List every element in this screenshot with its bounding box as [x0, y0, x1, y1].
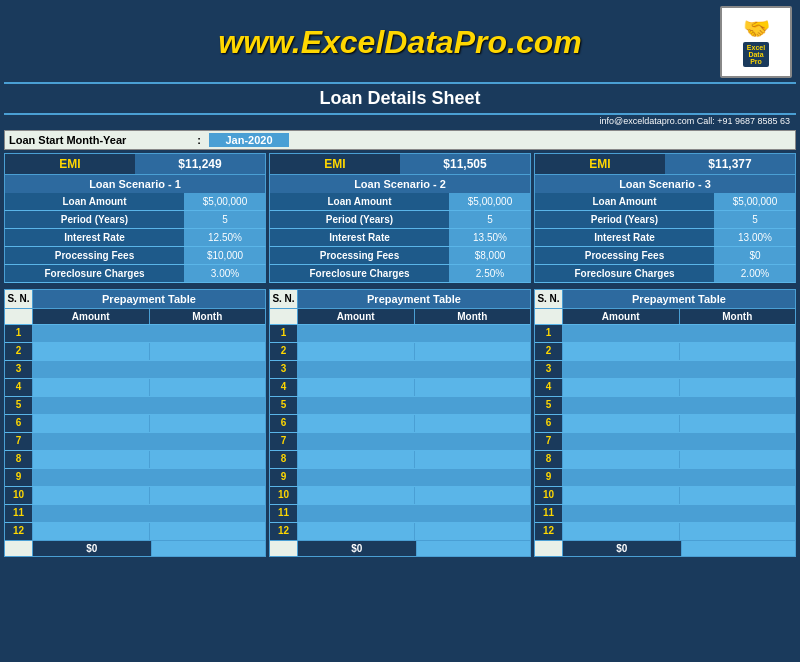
prepayment-row-amount[interactable] [298, 523, 415, 540]
prepayment-row-amount[interactable] [298, 343, 415, 360]
data-row-value-1-2[interactable]: 5 [185, 211, 265, 228]
prepayment-row-month[interactable] [150, 361, 266, 378]
prepayment-row-month[interactable] [150, 469, 266, 486]
data-row-value-3-4[interactable]: $0 [715, 247, 795, 264]
prepayment-row-amount[interactable] [563, 415, 680, 432]
prepayment-row-amount[interactable] [33, 397, 150, 414]
prepayment-header-row-1: Amount Month [5, 308, 265, 324]
prepayment-row-amount[interactable] [298, 379, 415, 396]
prepayment-row-amount[interactable] [563, 523, 680, 540]
prepayment-row-amount[interactable] [563, 433, 680, 450]
prepayment-row-month[interactable] [415, 487, 531, 504]
prepayment-row-month[interactable] [415, 469, 531, 486]
prepayment-data-row: 2 [535, 342, 795, 360]
prepayment-row-amount[interactable] [563, 361, 680, 378]
prepayment-row-amount[interactable] [563, 505, 680, 522]
prepayment-title-row-2: S. N. Prepayment Table [270, 290, 530, 308]
data-row-value-2-5[interactable]: 2.50% [450, 265, 530, 282]
prepayment-data-row: 8 [535, 450, 795, 468]
prepayment-row-amount[interactable] [33, 325, 150, 342]
prepayment-row-amount[interactable] [298, 469, 415, 486]
prepayment-row-amount[interactable] [298, 325, 415, 342]
prepayment-row-amount[interactable] [298, 505, 415, 522]
data-row-value-1-1[interactable]: $5,00,000 [185, 193, 265, 210]
prepayment-row-month[interactable] [680, 361, 796, 378]
prepayment-row-month[interactable] [150, 325, 266, 342]
prepayment-row-amount[interactable] [33, 361, 150, 378]
prepayment-row-amount[interactable] [298, 451, 415, 468]
prepayment-row-amount[interactable] [33, 487, 150, 504]
prepayment-row-month[interactable] [415, 415, 531, 432]
prepayment-row-amount[interactable] [298, 487, 415, 504]
prepayment-data-row: 1 [5, 324, 265, 342]
data-row-value-3-2[interactable]: 5 [715, 211, 795, 228]
prepayment-row-month[interactable] [680, 343, 796, 360]
prepayment-row-amount[interactable] [563, 487, 680, 504]
prepayment-row-amount[interactable] [298, 433, 415, 450]
prepayment-row-month[interactable] [680, 451, 796, 468]
data-row-value-3-5[interactable]: 2.00% [715, 265, 795, 282]
prepayment-row-amount[interactable] [298, 361, 415, 378]
prepayment-row-amount[interactable] [33, 505, 150, 522]
prepayment-row-month[interactable] [150, 343, 266, 360]
prepayment-row-month[interactable] [415, 505, 531, 522]
prepayment-row-month[interactable] [680, 397, 796, 414]
prepayment-row-month[interactable] [680, 325, 796, 342]
prepayment-row-month[interactable] [150, 505, 266, 522]
prepayment-row-amount[interactable] [33, 343, 150, 360]
prepayment-row-amount[interactable] [33, 451, 150, 468]
prepayment-row-month[interactable] [680, 433, 796, 450]
prepayment-row-amount[interactable] [563, 379, 680, 396]
prepayment-row-month[interactable] [415, 451, 531, 468]
data-row-value-1-4[interactable]: $10,000 [185, 247, 265, 264]
prepayment-row-amount[interactable] [563, 397, 680, 414]
prepayment-row-month[interactable] [150, 451, 266, 468]
prepayment-row-month[interactable] [680, 379, 796, 396]
prepayment-row-amount[interactable] [33, 415, 150, 432]
prepayment-row-month[interactable] [150, 523, 266, 540]
prepayment-row-amount[interactable] [298, 415, 415, 432]
prepayment-data-row: 1 [535, 324, 795, 342]
prepayment-row-amount[interactable] [563, 451, 680, 468]
prepayment-row-month[interactable] [415, 325, 531, 342]
prepayment-row-month[interactable] [150, 397, 266, 414]
prepayment-row-month[interactable] [680, 469, 796, 486]
logo-text: ExcelDataPro [743, 42, 769, 67]
loan-start-value[interactable]: Jan-2020 [209, 133, 289, 147]
data-row-value-1-5[interactable]: 3.00% [185, 265, 265, 282]
prepayment-row-month[interactable] [415, 433, 531, 450]
prepayment-row-month[interactable] [150, 487, 266, 504]
prepayment-row-month[interactable] [680, 523, 796, 540]
prepayment-data-row: 10 [270, 486, 530, 504]
prepayment-row-month[interactable] [680, 415, 796, 432]
prepayment-row-month[interactable] [150, 415, 266, 432]
prepayment-row-amount[interactable] [33, 433, 150, 450]
data-row-value-2-3[interactable]: 13.50% [450, 229, 530, 246]
prepayment-row-amount[interactable] [33, 469, 150, 486]
emi-row-1: EMI $11,249 [4, 153, 266, 175]
prepayment-row-month[interactable] [415, 397, 531, 414]
prepayment-row-amount[interactable] [563, 469, 680, 486]
prepayment-row-month[interactable] [680, 505, 796, 522]
prepayment-row-month[interactable] [415, 523, 531, 540]
prepayment-row-sn: 5 [5, 397, 33, 414]
prepayment-row-month[interactable] [415, 379, 531, 396]
prepayment-row-month[interactable] [150, 433, 266, 450]
prepayment-row-amount[interactable] [33, 379, 150, 396]
prepayment-row-amount[interactable] [563, 325, 680, 342]
emi-label-3: EMI [535, 154, 665, 174]
data-row-value-2-4[interactable]: $8,000 [450, 247, 530, 264]
prepayment-row-month[interactable] [415, 343, 531, 360]
data-row-value-3-3[interactable]: 13.00% [715, 229, 795, 246]
prepayment-row-amount[interactable] [33, 523, 150, 540]
data-row-value-1-3[interactable]: 12.50% [185, 229, 265, 246]
data-row-value-3-1[interactable]: $5,00,000 [715, 193, 795, 210]
prepayment-row-amount[interactable] [563, 343, 680, 360]
prepayment-row-month[interactable] [415, 361, 531, 378]
prepayment-row-month[interactable] [680, 487, 796, 504]
data-row-value-2-1[interactable]: $5,00,000 [450, 193, 530, 210]
prepayment-total-month-3 [682, 541, 796, 556]
prepayment-row-month[interactable] [150, 379, 266, 396]
prepayment-row-amount[interactable] [298, 397, 415, 414]
data-row-value-2-2[interactable]: 5 [450, 211, 530, 228]
